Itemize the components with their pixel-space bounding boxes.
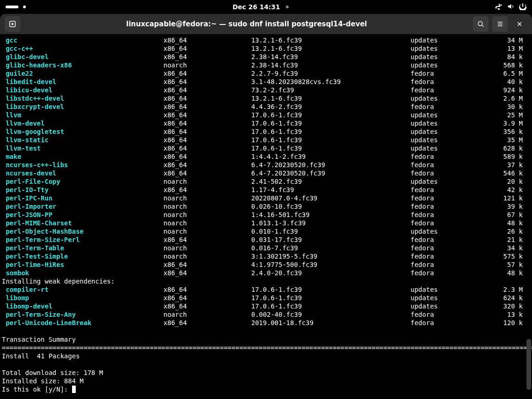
package-row: llvm-testx86_6417.0.6-1.fc39updates628 k <box>2 144 524 152</box>
cursor-icon <box>72 386 76 393</box>
package-name: ncurses-devel <box>2 169 163 177</box>
activities-pill-icon <box>6 6 18 8</box>
package-name: llvm-static <box>2 136 163 144</box>
package-repo: fedora <box>411 319 478 327</box>
package-row: libomp-develx86_6417.0.6-1.fc39updates32… <box>2 302 524 310</box>
package-version: 17.0.6-1.fc39 <box>251 144 411 152</box>
package-name: llvm-devel <box>2 119 163 127</box>
package-arch: x86_64 <box>163 302 251 310</box>
confirm-prompt[interactable]: Is this ok [y/N]: <box>2 385 524 393</box>
package-name: perl-Object-HashBase <box>2 227 163 236</box>
power-icon[interactable] <box>519 3 526 12</box>
workspace-dot-icon <box>23 6 26 8</box>
package-version: 6.4-7.20230520.fc39 <box>251 161 411 169</box>
package-arch: x86_64 <box>163 152 251 161</box>
package-name: make <box>2 152 163 161</box>
package-arch: x86_64 <box>163 161 251 169</box>
package-size: 320 k <box>478 302 524 310</box>
package-row: perl-Unicode-LineBreakx86_642019.001-18.… <box>2 319 524 327</box>
package-repo: updates <box>411 294 478 302</box>
activities-area[interactable] <box>6 6 26 8</box>
package-row: glibc-develx86_642.38-14.fc39updates84 k <box>2 53 524 61</box>
package-repo: fedora <box>411 244 478 252</box>
package-repo: updates <box>411 44 478 53</box>
scrollbar[interactable] <box>526 34 531 399</box>
package-version: 17.0.6-1.fc39 <box>251 294 411 302</box>
package-row: llvm-staticx86_6417.0.6-1.fc39updates35 … <box>2 136 524 144</box>
package-repo: fedora <box>411 219 478 227</box>
package-row: ncurses-c++-libsx86_646.4-7.20230520.fc3… <box>2 161 524 169</box>
package-repo: fedora <box>411 202 478 211</box>
package-arch: noarch <box>163 211 251 219</box>
package-repo: updates <box>411 177 478 186</box>
package-name: libxcrypt-devel <box>2 103 163 111</box>
package-arch: x86_64 <box>163 285 251 294</box>
package-size: 575 k <box>478 252 524 260</box>
package-size: 25 M <box>478 111 524 119</box>
package-name: guile22 <box>2 69 163 78</box>
package-row: gcc-c++x86_6413.2.1-6.fc39updates13 M <box>2 44 524 53</box>
search-button[interactable] <box>473 16 489 32</box>
package-version: 73.2-2.fc39 <box>251 86 411 94</box>
package-size: 35 M <box>478 136 524 144</box>
package-row: llvmx86_6417.0.6-1.fc39updates25 M <box>2 111 524 119</box>
package-repo: updates <box>411 94 478 103</box>
new-tab-button[interactable] <box>5 16 20 32</box>
package-version: 13.2.1-6.fc39 <box>251 44 411 53</box>
package-arch: noarch <box>163 252 251 260</box>
window-title: linuxcapable@fedora:~ — sudo dnf install… <box>24 20 469 28</box>
summary-install_line: Install 41 Packages <box>2 352 524 360</box>
package-arch: noarch <box>163 177 251 186</box>
package-size: 120 k <box>478 319 524 327</box>
menu-button[interactable] <box>492 16 508 32</box>
package-repo: fedora <box>411 78 478 86</box>
package-arch: noarch <box>163 202 251 211</box>
clock-label: Dec 26 14:31 <box>232 3 280 11</box>
close-button[interactable] <box>512 16 527 32</box>
svg-point-1 <box>478 22 483 26</box>
package-arch: x86_64 <box>163 260 251 269</box>
package-size: 40 k <box>478 78 524 86</box>
package-arch: x86_64 <box>163 144 251 152</box>
volume-icon[interactable] <box>507 3 514 12</box>
package-name: ncurses-c++-libs <box>2 161 163 169</box>
package-arch: noarch <box>163 310 251 319</box>
package-arch: noarch <box>163 194 251 202</box>
package-arch: x86_64 <box>163 119 251 127</box>
package-size: 39 k <box>478 202 524 211</box>
package-row: perl-Time-HiResx86_644:1.9775-500.fc39fe… <box>2 260 524 269</box>
terminal-viewport: gccx86_6413.2.1-6.fc39updates34 M gcc-c+… <box>0 34 532 399</box>
package-version: 3:1.302195-5.fc39 <box>251 252 411 260</box>
weak-dep-heading: Installing weak dependencies: <box>2 277 524 285</box>
package-size: 84 k <box>478 53 524 61</box>
package-version: 0.026-10.fc39 <box>251 202 411 211</box>
package-repo: updates <box>411 127 478 136</box>
package-repo: updates <box>411 285 478 294</box>
package-repo: updates <box>411 53 478 61</box>
clock-area[interactable]: Dec 26 14:31 <box>232 3 288 11</box>
network-icon[interactable] <box>495 3 502 12</box>
package-version: 20220807.0-4.fc39 <box>251 194 411 202</box>
package-repo: fedora <box>411 236 478 244</box>
package-repo: fedora <box>411 194 478 202</box>
package-arch: x86_64 <box>163 78 251 86</box>
gnome-topbar: Dec 26 14:31 <box>0 0 532 14</box>
package-name: perl-Importer <box>2 202 163 211</box>
package-arch: x86_64 <box>163 94 251 103</box>
system-tray[interactable] <box>495 3 526 12</box>
package-name: perl-JSON-PP <box>2 211 163 219</box>
package-arch: x86_64 <box>163 269 251 277</box>
package-size: 57 k <box>478 260 524 269</box>
scroll-thumb[interactable] <box>526 339 531 390</box>
package-size: 34 k <box>478 244 524 252</box>
package-row: ncurses-develx86_646.4-7.20230520.fc39fe… <box>2 169 524 177</box>
terminal-output[interactable]: gccx86_6413.2.1-6.fc39updates34 M gcc-c+… <box>0 34 526 399</box>
package-row: libedit-develx86_643.1-48.20230828cvs.fc… <box>2 78 524 86</box>
notification-dot-icon <box>286 6 289 8</box>
package-arch: x86_64 <box>163 36 251 44</box>
package-name: perl-IPC-Run <box>2 194 163 202</box>
package-arch: x86_64 <box>163 136 251 144</box>
package-version: 4.4.36-2.fc39 <box>251 103 411 111</box>
package-name: libedit-devel <box>2 78 163 86</box>
package-version: 0.002-40.fc39 <box>251 310 411 319</box>
